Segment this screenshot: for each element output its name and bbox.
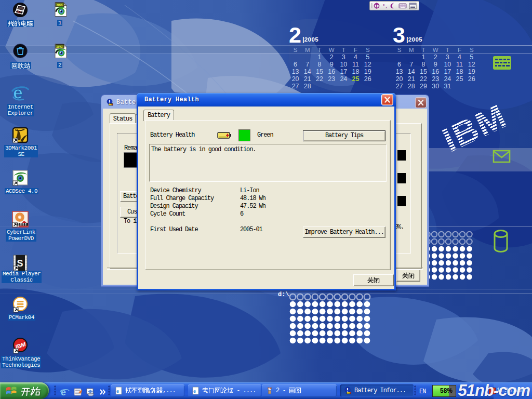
svg-text:JPG: JPG xyxy=(57,45,63,48)
svg-text:JPG: JPG xyxy=(57,4,63,7)
svg-text:e: e xyxy=(61,387,66,397)
svg-text:°,: °, xyxy=(382,4,388,9)
